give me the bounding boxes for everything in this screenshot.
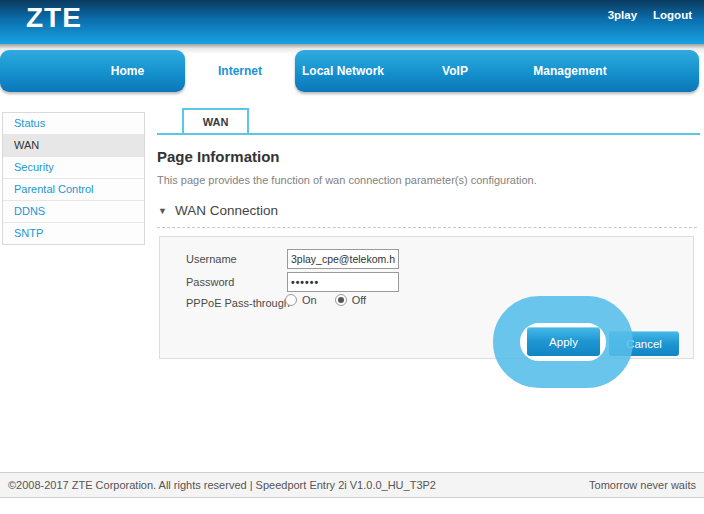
tab-voip[interactable]: VoIP — [442, 64, 468, 78]
zte-logo: ZTE — [26, 2, 82, 34]
page-title: Page Information — [157, 148, 280, 165]
footer-copyright: ©2008-2017 ZTE Corporation. All rights r… — [8, 479, 436, 491]
pppoe-passthrough-label: PPPoE Pass-through — [186, 297, 290, 309]
radio-off-label: Off — [352, 294, 366, 306]
logout-button[interactable]: Logout — [653, 9, 692, 21]
tab-management[interactable]: Management — [533, 64, 606, 78]
sidebar-item-ddns[interactable]: DDNS — [3, 200, 144, 222]
apply-button[interactable]: Apply — [527, 327, 600, 356]
sidebar-item-sntp[interactable]: SNTP — [3, 222, 144, 244]
sidebar: Status WAN Security Parental Control DDN… — [2, 112, 145, 245]
sidebar-item-wan[interactable]: WAN — [3, 134, 144, 156]
top-banner: ZTE 3play Logout — [0, 0, 704, 44]
password-field[interactable] — [287, 272, 399, 292]
pppoe-radio-group: On Off — [285, 294, 366, 306]
section-divider — [157, 227, 697, 228]
tab-home-label: Home — [111, 64, 144, 78]
subtab-wan[interactable]: WAN — [182, 108, 249, 133]
password-label: Password — [186, 276, 234, 288]
username-label: Username — [186, 253, 237, 265]
tab-internet[interactable]: Internet — [218, 64, 262, 78]
username-field[interactable] — [287, 249, 399, 269]
sidebar-item-status[interactable]: Status — [3, 113, 144, 134]
main-nav: Home Internet Local Network VoIP Managem… — [0, 50, 704, 92]
footer: ©2008-2017 ZTE Corporation. All rights r… — [0, 472, 704, 498]
tab-local-network[interactable]: Local Network — [302, 64, 384, 78]
collapse-triangle-icon: ▼ — [158, 206, 167, 216]
radio-on-label: On — [302, 294, 317, 306]
section-title: WAN Connection — [175, 203, 278, 218]
cancel-button[interactable]: Cancel — [609, 331, 679, 356]
footer-slogan: Tomorrow never waits — [589, 479, 696, 491]
sidebar-item-parental-control[interactable]: Parental Control — [3, 178, 144, 200]
nav-tab-group: Local Network VoIP Management — [295, 50, 699, 92]
radio-on[interactable] — [285, 294, 297, 306]
subtab-strip: WAN — [157, 108, 700, 135]
radio-off[interactable] — [335, 294, 347, 306]
tab-home[interactable]: Home — [0, 50, 185, 92]
username-link[interactable]: 3play — [608, 9, 637, 21]
sidebar-item-security[interactable]: Security — [3, 156, 144, 178]
page-description: This page provides the function of wan c… — [157, 174, 537, 186]
section-header-wan-connection[interactable]: ▼ WAN Connection — [158, 203, 278, 218]
